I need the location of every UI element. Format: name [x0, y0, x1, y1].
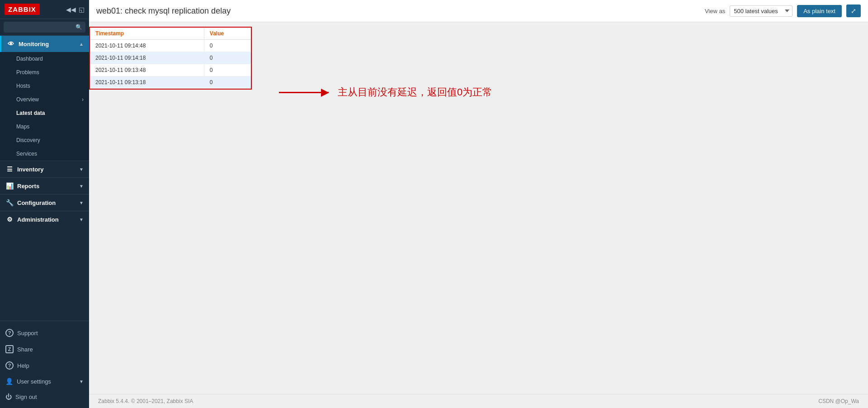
cell-value: 0	[204, 52, 251, 64]
footer: Zabbix 5.4.4. © 2001–2021, Zabbix SIA CS…	[89, 394, 868, 408]
search-icon: 🔍	[75, 24, 82, 30]
table-row: 2021-10-11 09:14:48 0	[90, 40, 251, 52]
sidebar-item-latest-data[interactable]: Latest data	[0, 106, 89, 120]
footer-left: Zabbix 5.4.4. © 2001–2021, Zabbix SIA	[98, 398, 193, 404]
cell-timestamp: 2021-10-11 09:14:48	[90, 40, 204, 52]
sidebar-user-settings[interactable]: 👤 User settings ▼	[0, 374, 89, 389]
sidebar-item-discovery[interactable]: Discovery	[0, 133, 89, 147]
data-table: Timestamp Value 2021-10-11 09:14:48 0 20…	[90, 28, 251, 89]
sidebar-support[interactable]: ? Support	[0, 325, 89, 341]
collapse-icon[interactable]: ◀◀	[66, 6, 76, 13]
zabbix-logo: ZABBIX	[5, 4, 40, 15]
search-box[interactable]: 🔍	[4, 22, 85, 33]
sidebar-sign-out[interactable]: ⏻ Sign out	[0, 389, 89, 404]
arrow-head	[321, 89, 329, 97]
cell-value: 0	[204, 76, 251, 89]
sidebar-item-problems[interactable]: Problems	[0, 66, 89, 79]
help-icon: ?	[5, 361, 14, 370]
configuration-icon: 🔧	[5, 199, 14, 206]
footer-right: CSDN @Op_Wa	[818, 398, 859, 404]
page-title: web01: check mysql replication delay	[96, 6, 231, 16]
fullscreen-button[interactable]: ⤢	[846, 5, 861, 17]
table-row: 2021-10-11 09:13:48 0	[90, 64, 251, 76]
sidebar: ZABBIX ◀◀ ◱ 🔍 👁 Monitoring ▲ Dashboard P…	[0, 0, 89, 408]
reports-section: 📊 Reports ▼	[0, 177, 89, 194]
monitoring-subitems: Dashboard Problems Hosts Overview › Late…	[0, 52, 89, 161]
sidebar-help[interactable]: ? Help	[0, 357, 89, 374]
content-inner: Timestamp Value 2021-10-11 09:14:48 0 20…	[89, 27, 868, 90]
inventory-section: ☰ Inventory ▼	[0, 161, 89, 177]
sidebar-bottom: ? Support Z Share ? Help 👤 User settings…	[0, 321, 89, 408]
inventory-icon: ☰	[5, 166, 14, 173]
arrow-line	[279, 92, 329, 93]
sidebar-item-hosts[interactable]: Hosts	[0, 79, 89, 93]
inventory-arrow: ▼	[79, 167, 84, 172]
search-input[interactable]	[4, 22, 85, 33]
inventory-group[interactable]: ☰ Inventory ▼	[0, 161, 89, 177]
topbar-right: View as 500 latest values 100 latest val…	[705, 5, 861, 17]
administration-group[interactable]: ⚙ Administration ▼	[0, 211, 89, 228]
cell-value: 0	[204, 40, 251, 52]
table-row: 2021-10-11 09:14:18 0	[90, 52, 251, 64]
configuration-section: 🔧 Configuration ▼	[0, 194, 89, 211]
sidebar-header: ZABBIX ◀◀ ◱	[0, 0, 89, 19]
table-row: 2021-10-11 09:13:18 0	[90, 76, 251, 89]
col-timestamp: Timestamp	[90, 28, 204, 40]
reports-icon: 📊	[5, 182, 14, 190]
support-icon: ?	[5, 329, 14, 337]
monitoring-icon: 👁	[7, 40, 15, 47]
data-table-wrapper: Timestamp Value 2021-10-11 09:14:48 0 20…	[89, 27, 252, 90]
annotation-text: 主从目前没有延迟，返回值0为正常	[338, 85, 492, 99]
cell-timestamp: 2021-10-11 09:13:18	[90, 76, 204, 89]
view-as-select[interactable]: 500 latest values 100 latest values 1000…	[730, 5, 793, 17]
reports-group[interactable]: 📊 Reports ▼	[0, 178, 89, 194]
sidebar-item-maps[interactable]: Maps	[0, 120, 89, 133]
monitoring-section: 👁 Monitoring ▲ Dashboard Problems Hosts …	[0, 35, 89, 161]
sidebar-item-services[interactable]: Services	[0, 147, 89, 161]
reports-arrow: ▼	[79, 184, 84, 189]
content-area: Timestamp Value 2021-10-11 09:14:48 0 20…	[89, 22, 868, 394]
cell-timestamp: 2021-10-11 09:14:18	[90, 52, 204, 64]
cell-timestamp: 2021-10-11 09:13:48	[90, 64, 204, 76]
monitoring-arrow: ▲	[79, 42, 84, 47]
cell-value: 0	[204, 64, 251, 76]
administration-icon: ⚙	[5, 216, 14, 223]
annotation-container: 主从目前没有延迟，返回值0为正常	[279, 85, 492, 99]
main-content: web01: check mysql replication delay Vie…	[89, 0, 868, 408]
view-as-label: View as	[705, 8, 725, 14]
configuration-group[interactable]: 🔧 Configuration ▼	[0, 195, 89, 211]
sidebar-item-dashboard[interactable]: Dashboard	[0, 52, 89, 66]
share-icon: Z	[5, 345, 14, 353]
sidebar-share[interactable]: Z Share	[0, 341, 89, 357]
sidebar-controls: ◀◀ ◱	[66, 6, 85, 13]
sign-out-icon: ⏻	[5, 393, 12, 400]
pin-icon[interactable]: ◱	[79, 6, 85, 13]
administration-section: ⚙ Administration ▼	[0, 211, 89, 228]
arrow-group	[279, 92, 329, 93]
col-value: Value	[204, 28, 251, 40]
plain-text-button[interactable]: As plain text	[797, 5, 842, 17]
user-settings-icon: 👤	[5, 378, 13, 385]
configuration-arrow: ▼	[79, 200, 84, 205]
administration-arrow: ▼	[79, 217, 84, 222]
topbar: web01: check mysql replication delay Vie…	[89, 0, 868, 22]
sidebar-item-overview[interactable]: Overview ›	[0, 93, 89, 106]
monitoring-group[interactable]: 👁 Monitoring ▲	[0, 36, 89, 52]
